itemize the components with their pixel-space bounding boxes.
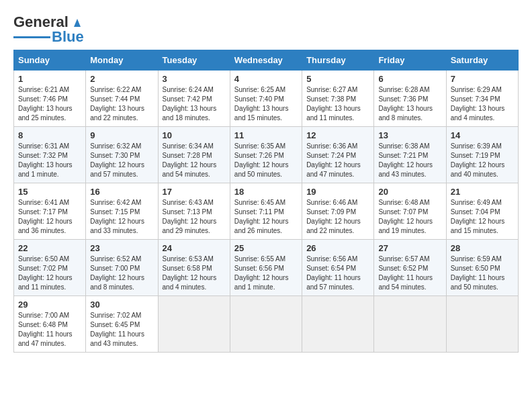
calendar-day-15: 15Sunrise: 6:41 AM Sunset: 7:17 PM Dayli… [14,183,86,240]
calendar-week-2: 8Sunrise: 6:31 AM Sunset: 7:32 PM Daylig… [14,127,519,183]
day-info: Sunrise: 6:24 AM Sunset: 7:42 PM Dayligh… [163,85,226,123]
calendar-day-27: 27Sunrise: 6:57 AM Sunset: 6:52 PM Dayli… [374,240,446,296]
calendar-day-3: 3Sunrise: 6:24 AM Sunset: 7:42 PM Daylig… [158,71,230,127]
calendar-day-17: 17Sunrise: 6:43 AM Sunset: 7:13 PM Dayli… [158,183,230,240]
header: General Blue [13,13,519,46]
day-info: Sunrise: 6:39 AM Sunset: 7:19 PM Dayligh… [451,142,514,179]
calendar-day-20: 20Sunrise: 6:48 AM Sunset: 7:07 PM Dayli… [374,183,446,240]
day-info: Sunrise: 6:28 AM Sunset: 7:36 PM Dayligh… [378,85,441,123]
calendar-day-24: 24Sunrise: 6:53 AM Sunset: 6:58 PM Dayli… [158,240,230,296]
day-info: Sunrise: 6:52 AM Sunset: 7:00 PM Dayligh… [90,255,153,292]
day-number: 9 [90,130,153,140]
calendar-day-6: 6Sunrise: 6:28 AM Sunset: 7:36 PM Daylig… [374,71,446,127]
day-number: 28 [451,243,514,253]
weekday-header-wednesday: Wednesday [230,50,302,71]
calendar-day-empty [446,296,518,353]
calendar-day-empty [158,296,230,353]
day-info: Sunrise: 6:55 AM Sunset: 6:56 PM Dayligh… [234,255,298,292]
day-number: 20 [378,187,441,197]
calendar-table: SundayMondayTuesdayWednesdayThursdayFrid… [13,50,519,353]
day-number: 15 [18,187,81,197]
weekday-header-tuesday: Tuesday [158,50,230,71]
calendar-day-26: 26Sunrise: 6:56 AM Sunset: 6:54 PM Dayli… [302,240,374,296]
calendar-day-23: 23Sunrise: 6:52 AM Sunset: 7:00 PM Dayli… [86,240,158,296]
day-number: 1 [18,74,81,84]
day-number: 16 [90,187,153,197]
day-info: Sunrise: 6:59 AM Sunset: 6:50 PM Dayligh… [451,255,514,292]
day-info: Sunrise: 6:46 AM Sunset: 7:09 PM Dayligh… [306,198,369,236]
day-info: Sunrise: 6:41 AM Sunset: 7:17 PM Dayligh… [18,198,81,236]
day-number: 25 [234,243,298,253]
day-info: Sunrise: 6:22 AM Sunset: 7:44 PM Dayligh… [90,85,153,123]
weekday-header-sunday: Sunday [14,50,86,71]
day-number: 17 [163,187,226,197]
calendar-day-2: 2Sunrise: 6:22 AM Sunset: 7:44 PM Daylig… [86,71,158,127]
calendar-day-14: 14Sunrise: 6:39 AM Sunset: 7:19 PM Dayli… [446,127,518,183]
calendar-day-4: 4Sunrise: 6:25 AM Sunset: 7:40 PM Daylig… [230,71,302,127]
day-number: 24 [163,243,226,253]
calendar-day-1: 1Sunrise: 6:21 AM Sunset: 7:46 PM Daylig… [14,71,86,127]
day-number: 12 [306,130,369,140]
day-number: 29 [18,300,81,310]
weekday-header-thursday: Thursday [302,50,374,71]
calendar-day-10: 10Sunrise: 6:34 AM Sunset: 7:28 PM Dayli… [158,127,230,183]
day-number: 7 [451,74,514,84]
day-number: 10 [163,130,226,140]
calendar-week-4: 22Sunrise: 6:50 AM Sunset: 7:02 PM Dayli… [14,240,519,296]
day-number: 14 [451,130,514,140]
calendar-day-empty [230,296,302,353]
day-number: 4 [234,74,298,84]
day-number: 6 [378,74,441,84]
day-info: Sunrise: 6:31 AM Sunset: 7:32 PM Dayligh… [18,142,81,179]
day-info: Sunrise: 6:35 AM Sunset: 7:26 PM Dayligh… [234,142,298,179]
day-number: 2 [90,74,153,84]
svg-marker-0 [74,19,81,27]
calendar-day-11: 11Sunrise: 6:35 AM Sunset: 7:26 PM Dayli… [230,127,302,183]
day-number: 23 [90,243,153,253]
day-number: 26 [306,243,369,253]
day-info: Sunrise: 6:42 AM Sunset: 7:15 PM Dayligh… [90,198,153,236]
day-info: Sunrise: 6:27 AM Sunset: 7:38 PM Dayligh… [306,85,369,123]
logo: General Blue [13,13,85,46]
calendar-day-empty [374,296,446,353]
day-info: Sunrise: 6:34 AM Sunset: 7:28 PM Dayligh… [163,142,226,179]
calendar-day-empty [302,296,374,353]
day-info: Sunrise: 6:29 AM Sunset: 7:34 PM Dayligh… [451,85,514,123]
calendar-day-28: 28Sunrise: 6:59 AM Sunset: 6:50 PM Dayli… [446,240,518,296]
day-info: Sunrise: 6:56 AM Sunset: 6:54 PM Dayligh… [306,255,369,292]
calendar-day-13: 13Sunrise: 6:38 AM Sunset: 7:21 PM Dayli… [374,127,446,183]
calendar-day-25: 25Sunrise: 6:55 AM Sunset: 6:56 PM Dayli… [230,240,302,296]
calendar-day-7: 7Sunrise: 6:29 AM Sunset: 7:34 PM Daylig… [446,71,518,127]
calendar-day-8: 8Sunrise: 6:31 AM Sunset: 7:32 PM Daylig… [14,127,86,183]
calendar-day-19: 19Sunrise: 6:46 AM Sunset: 7:09 PM Dayli… [302,183,374,240]
day-info: Sunrise: 6:36 AM Sunset: 7:24 PM Dayligh… [306,142,369,179]
calendar-day-29: 29Sunrise: 7:00 AM Sunset: 6:48 PM Dayli… [14,296,86,353]
weekday-header-friday: Friday [374,50,446,71]
day-info: Sunrise: 6:32 AM Sunset: 7:30 PM Dayligh… [90,142,153,179]
day-number: 22 [18,243,81,253]
calendar-day-18: 18Sunrise: 6:45 AM Sunset: 7:11 PM Dayli… [230,183,302,240]
day-number: 8 [18,130,81,140]
day-number: 3 [163,74,226,84]
day-number: 13 [378,130,441,140]
day-number: 18 [234,187,298,197]
day-info: Sunrise: 6:50 AM Sunset: 7:02 PM Dayligh… [18,255,81,292]
weekday-header-saturday: Saturday [446,50,518,71]
day-number: 5 [306,74,369,84]
logo-blue: Blue [52,28,84,46]
calendar-week-3: 15Sunrise: 6:41 AM Sunset: 7:17 PM Dayli… [14,183,519,240]
calendar-week-5: 29Sunrise: 7:00 AM Sunset: 6:48 PM Dayli… [14,296,519,353]
calendar-week-1: 1Sunrise: 6:21 AM Sunset: 7:46 PM Daylig… [14,71,519,127]
day-number: 21 [451,187,514,197]
logo-icon [70,15,85,30]
weekday-header-monday: Monday [86,50,158,71]
day-info: Sunrise: 6:38 AM Sunset: 7:21 PM Dayligh… [378,142,441,179]
day-info: Sunrise: 6:49 AM Sunset: 7:04 PM Dayligh… [451,198,514,236]
day-info: Sunrise: 6:53 AM Sunset: 6:58 PM Dayligh… [163,255,226,292]
day-info: Sunrise: 6:45 AM Sunset: 7:11 PM Dayligh… [234,198,298,236]
weekday-header-row: SundayMondayTuesdayWednesdayThursdayFrid… [14,50,519,71]
day-info: Sunrise: 7:02 AM Sunset: 6:45 PM Dayligh… [90,311,153,349]
day-number: 19 [306,187,369,197]
day-info: Sunrise: 6:21 AM Sunset: 7:46 PM Dayligh… [18,85,81,123]
day-info: Sunrise: 7:00 AM Sunset: 6:48 PM Dayligh… [18,311,81,349]
